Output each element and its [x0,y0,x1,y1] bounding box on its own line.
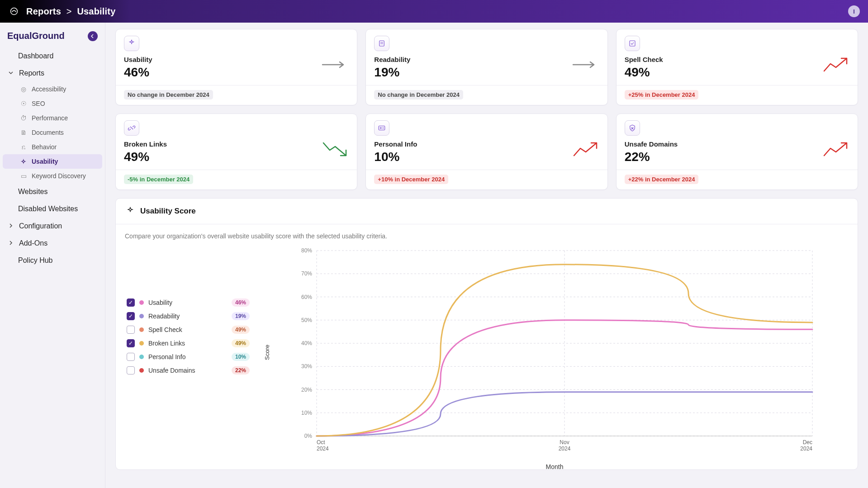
behavior-icon: ⎌ [20,143,27,151]
legend-label: Personal Info [148,353,227,360]
nav-policy-hub[interactable]: Policy Hub [3,252,102,269]
legend-item-spell-check[interactable]: Spell Check 49% [125,323,251,336]
card-usability[interactable]: Usability 46% No change in December 2024 [115,29,357,105]
card-percent: 49% [625,65,849,80]
nav-reports-usability[interactable]: ✧Usability [3,154,102,169]
card-delta: +10% in December 2024 [374,175,448,184]
svg-text:2024: 2024 [317,445,329,452]
card-readability[interactable]: Readability 19% No change in December 20… [365,29,607,105]
nav-reports-keyword[interactable]: ▭Keyword Discovery [3,169,102,183]
id-card-icon [374,120,389,136]
card-title: Personal Info [374,140,599,148]
breadcrumb-root[interactable]: Reports [26,6,61,16]
usability-score-chart: Score 0%10%20%30%40%50%60%70%80%Oct2024N… [261,246,849,459]
checkbox[interactable] [127,312,135,320]
nav-sub-label: SEO [32,100,45,107]
legend-label: Readability [148,313,227,320]
nav-sub-label: Behavior [32,143,57,151]
svg-text:20%: 20% [301,387,312,393]
legend-item-usability[interactable]: Usability 46% [125,296,251,309]
trend-up-icon [572,139,599,159]
nav-reports[interactable]: Reports [3,65,102,82]
nav-sub-label: Keyword Discovery [32,172,86,180]
card-broken-links[interactable]: Broken Links 49% -5% in December 2024 [115,114,357,190]
card-spell-check[interactable]: Spell Check 49% +25% in December 2024 [616,29,858,105]
nav-reports-seo[interactable]: ☉SEO [3,96,102,111]
card-percent: 10% [374,150,599,164]
legend-label: Usability [148,299,227,306]
sidebar: EqualGround Dashboard Reports ◎Accessibi… [0,23,105,488]
metric-cards-row-1: Usability 46% No change in December 2024… [115,29,858,105]
nav-websites[interactable]: Websites [3,183,102,200]
check-icon [625,36,640,51]
checkbox[interactable] [127,298,135,307]
nav-reports-label: Reports [19,69,44,77]
nav-reports-documents[interactable]: 🗎Documents [3,125,102,140]
nav-reports-behavior[interactable]: ⎌Behavior [3,140,102,154]
color-dot [139,300,144,305]
nav-configuration-label: Configuration [19,222,62,230]
card-title: Usability [124,56,349,63]
legend-item-personal-info[interactable]: Personal Info 10% [125,350,251,364]
checkbox[interactable] [127,326,135,334]
trend-flat-icon [322,55,349,75]
performance-icon: ⏱ [20,114,27,122]
svg-point-4 [380,128,382,129]
panel-header: Usability Score [116,199,858,224]
trend-up-icon [822,139,849,159]
legend-label: Spell Check [148,326,227,333]
sparkle-icon [124,36,139,51]
nav-disabled-websites[interactable]: Disabled Websites [3,200,102,218]
chart-legend: Usability 46% Readability 19% Sp [125,246,251,377]
unlink-icon [124,120,139,136]
svg-text:Oct: Oct [317,439,325,445]
panel-description: Compare your organization's overall webs… [125,232,849,240]
svg-text:50%: 50% [301,317,312,323]
keyword-icon: ▭ [20,172,27,180]
legend-item-readability[interactable]: Readability 19% [125,309,251,323]
sparkle-icon [125,206,136,217]
usability-icon: ✧ [20,158,27,165]
card-unsafe-domains[interactable]: Unsafe Domains 22% +22% in December 2024 [616,114,858,190]
nav-addons[interactable]: Add-Ons [3,235,102,252]
top-bar: Reports > Usability I [0,0,868,23]
user-avatar[interactable]: I [848,5,860,17]
card-personal-info[interactable]: Personal Info 10% +10% in December 2024 [365,114,607,190]
color-dot [139,327,144,332]
color-dot [139,368,144,373]
card-title: Spell Check [625,56,849,63]
sidebar-collapse-button[interactable] [88,31,98,41]
color-dot [139,314,144,318]
checkbox[interactable] [127,366,135,374]
svg-text:10%: 10% [301,410,312,416]
card-title: Broken Links [124,140,349,148]
main-content: Usability 46% No change in December 2024… [105,23,868,488]
svg-text:60%: 60% [301,294,312,300]
svg-text:80%: 80% [301,247,312,254]
nav-reports-accessibility[interactable]: ◎Accessibility [3,82,102,96]
nav-sub-label: Accessibility [32,85,66,93]
card-percent: 19% [374,65,599,80]
legend-pct: 46% [232,298,250,307]
checkbox[interactable] [127,353,135,361]
brand-name: EqualGround [7,31,65,41]
nav-dashboard-label: Dashboard [18,52,53,60]
svg-text:Nov: Nov [560,439,569,445]
svg-rect-2 [630,41,635,46]
nav-configuration[interactable]: Configuration [3,218,102,235]
card-delta: +22% in December 2024 [625,175,699,184]
nav-dashboard[interactable]: Dashboard [3,47,102,65]
card-percent: 49% [124,150,349,164]
card-title: Unsafe Domains [625,140,849,148]
nav-addons-label: Add-Ons [19,239,47,247]
svg-text:2024: 2024 [559,445,571,452]
chart-y-axis-label: Score [264,345,270,360]
legend-pct: 10% [232,353,250,361]
nav-reports-performance[interactable]: ⏱Performance [3,111,102,125]
svg-rect-1 [379,41,384,46]
legend-item-broken-links[interactable]: Broken Links 49% [125,336,251,350]
legend-item-unsafe-domains[interactable]: Unsafe Domains 22% [125,364,251,377]
card-percent: 46% [124,65,349,80]
chevron-down-icon [8,69,14,77]
checkbox[interactable] [127,339,135,347]
